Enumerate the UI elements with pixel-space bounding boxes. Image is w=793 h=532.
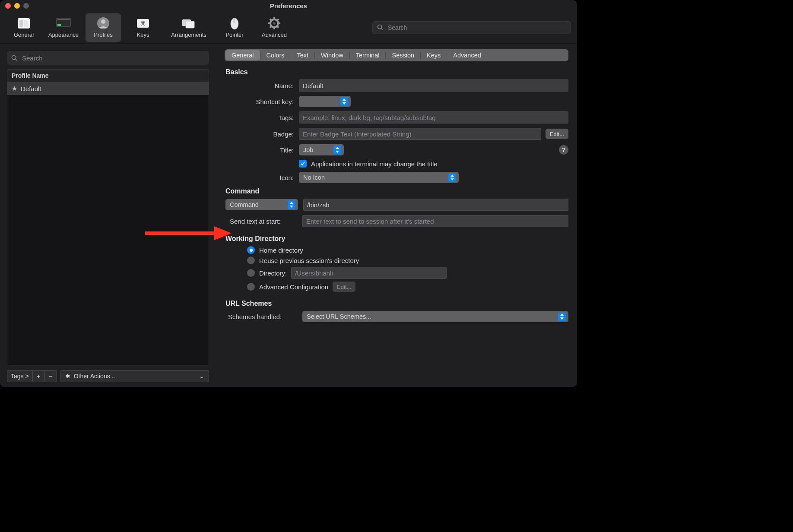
svg-rect-11 [186,21,194,28]
profile-list: Profile Name ★ Default [7,69,209,365]
label-schemes: Schemes handled: [225,313,297,320]
updown-icon [448,173,456,182]
svg-rect-1 [19,20,23,27]
label-send-text: Send text at start: [225,218,297,225]
tab-advanced[interactable]: Advanced [447,50,487,60]
wd-advanced-edit-button[interactable]: Edit... [333,282,355,292]
command-input[interactable] [303,199,568,211]
command-type-select[interactable]: Command [225,199,298,210]
profile-row[interactable]: ★ Default [7,82,209,95]
schemes-select[interactable]: Select URL Schemes... [302,311,568,322]
toolbar-label: Pointer [225,32,243,38]
tab-text[interactable]: Text [291,50,315,60]
label-name: Name: [225,82,294,89]
tab-colors[interactable]: Colors [260,50,291,60]
svg-line-28 [16,59,17,60]
svg-text:⌘: ⌘ [140,20,146,27]
star-icon: ★ [12,85,17,92]
label-icon: Icon: [225,174,294,181]
command-type-value: Command [230,201,259,208]
label-tags: Tags: [225,114,294,121]
toolbar-appearance[interactable]: Appearance [46,13,81,42]
wd-directory-label: Directory: [259,269,287,277]
add-profile-button[interactable]: + [33,370,45,382]
svg-marker-39 [560,314,564,316]
gear-icon: ✱ [65,373,70,380]
toolbar-advanced[interactable]: Advanced [257,13,292,42]
radio-directory[interactable] [247,269,255,277]
svg-rect-2 [24,20,28,27]
svg-marker-37 [290,202,293,204]
updown-icon [558,312,566,321]
icon-value: No Icon [303,174,325,181]
icon-select[interactable]: No Icon [299,172,459,183]
toolbar-arrangements[interactable]: Arrangements [165,13,213,42]
profile-list-header: Profile Name [7,70,209,82]
radio-home[interactable] [247,246,255,254]
tab-window[interactable]: Window [315,50,349,60]
help-button[interactable]: ? [559,145,568,155]
toolbar-general[interactable]: General [6,13,41,42]
updown-icon [288,200,295,209]
tab-terminal[interactable]: Terminal [350,50,386,60]
profile-name: Default [21,85,41,92]
toolbar-profiles[interactable]: Profiles [86,13,121,42]
wd-advanced-row[interactable]: Advanced Configuration Edit... [247,282,568,292]
title-select[interactable]: Job [299,144,344,155]
send-text-input[interactable] [302,215,568,227]
tags-button[interactable]: Tags > [7,370,33,382]
toolbar-search[interactable] [372,21,571,34]
pointer-icon [227,17,242,30]
svg-marker-31 [343,98,346,101]
gear-icon [267,17,282,30]
toolbar-pointer[interactable]: Pointer [217,13,252,42]
tab-general[interactable]: General [225,50,260,60]
apps-change-title-label: Applications in terminal may change the … [311,160,438,168]
tab-keys[interactable]: Keys [421,50,447,60]
svg-marker-33 [336,147,339,149]
toolbar-keys[interactable]: ⌘ Keys [125,13,161,42]
title-value: Job [303,146,313,153]
wd-home-label: Home directory [259,247,303,254]
section-basics: Basics [225,68,568,76]
wd-reuse-row[interactable]: Reuse previous session's directory [247,256,568,264]
tags-input[interactable] [299,111,568,124]
remove-profile-button[interactable]: − [45,370,57,382]
shortcut-select[interactable] [299,96,351,107]
window-title: Preferences [0,2,577,10]
svg-line-22 [277,26,279,28]
name-input[interactable] [299,79,568,92]
general-icon [16,17,31,30]
svg-marker-34 [336,151,339,153]
wd-directory-input[interactable] [291,267,447,279]
other-actions-label: Other Actions... [74,373,115,380]
svg-rect-5 [57,19,70,20]
profile-search-input[interactable] [21,54,205,62]
badge-edit-button[interactable]: Edit... [546,129,568,139]
tab-session[interactable]: Session [386,50,420,60]
wd-reuse-label: Reuse previous session's directory [259,257,359,264]
svg-point-27 [12,55,16,59]
appearance-icon [56,17,71,30]
keys-icon: ⌘ [136,17,150,30]
radio-reuse[interactable] [247,256,255,264]
toolbar-label: General [14,32,34,38]
updown-icon [340,97,348,106]
other-actions-menu[interactable]: ✱ Other Actions... ⌄ [60,370,209,382]
toolbar-label: Keys [137,32,149,38]
badge-input[interactable] [299,128,541,140]
toolbar-search-input[interactable] [387,24,566,32]
schemes-value: Select URL Schemes... [307,313,371,320]
svg-rect-14 [233,18,235,22]
radio-advanced[interactable] [247,283,255,291]
wd-advanced-label: Advanced Configuration [259,283,328,291]
toolbar-label: Appearance [48,32,79,38]
wd-home-row[interactable]: Home directory [247,246,568,254]
profile-search[interactable] [7,51,209,65]
svg-point-7 [101,19,105,24]
toolbar: General Appearance Profiles ⌘ Keys [0,11,577,44]
toolbar-label: Profiles [94,32,112,38]
label-badge: Badge: [225,130,294,138]
apps-change-title-checkbox[interactable] [299,160,307,168]
wd-directory-row[interactable]: Directory: [247,267,568,279]
